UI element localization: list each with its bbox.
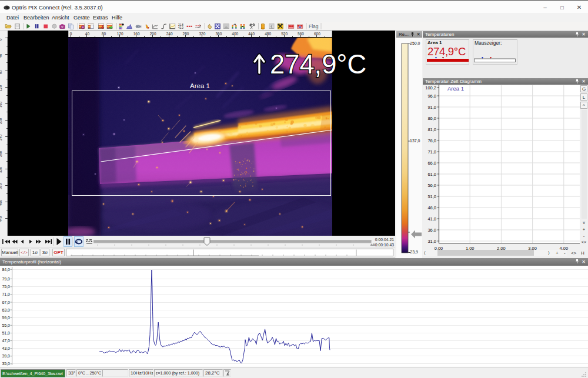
svg-text:41.0: 41.0: [178, 26, 183, 29]
svg-text:Area 1: Area 1: [190, 82, 210, 89]
svg-text:Flag: Flag: [309, 24, 319, 29]
